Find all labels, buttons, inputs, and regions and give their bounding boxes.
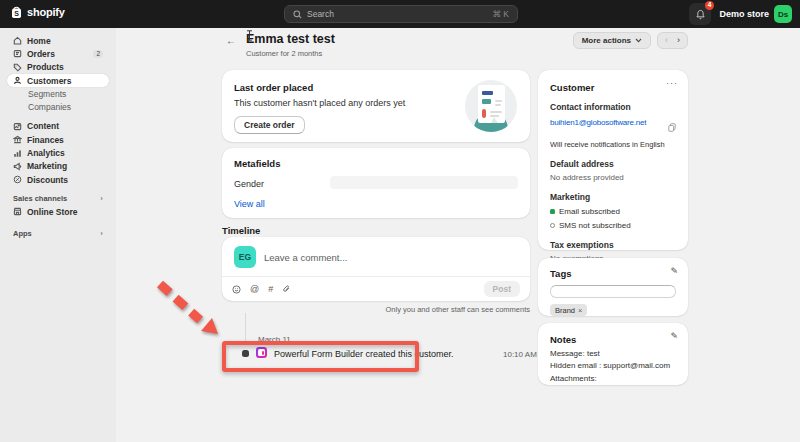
tags-card: Tags ✎ Brand × — [538, 258, 688, 316]
sidebar-item-finances[interactable]: Finances — [7, 133, 109, 146]
timeline-event-text: Powerful Form Builder created this custo… — [274, 349, 454, 359]
customer-card: Customer ··· Contact information buihien… — [538, 70, 688, 250]
edit-notes-icon[interactable]: ✎ — [670, 331, 678, 341]
sidebar: Home Orders 2 Products Customers Segment… — [0, 28, 116, 442]
timeline-event-time: 10:10 AM — [503, 350, 537, 359]
edit-tags-icon[interactable]: ✎ — [670, 266, 678, 276]
comment-toolbar: @ # Post — [222, 276, 530, 301]
sidebar-item-analytics[interactable]: Analytics — [7, 146, 109, 159]
search-input[interactable]: Search ⌘ K — [284, 5, 518, 23]
comment-visibility-note: Only you and other staff can see comment… — [222, 305, 530, 314]
sidebar-item-home[interactable]: Home — [7, 34, 109, 47]
content-icon — [13, 122, 22, 131]
subscribed-dot-icon — [550, 209, 555, 214]
sidebar-section-sales-channels[interactable]: Sales channels › — [7, 194, 109, 203]
chevron-right-icon: › — [100, 229, 103, 238]
tags-input[interactable] — [550, 285, 676, 298]
sidebar-item-marketing[interactable]: Marketing — [7, 160, 109, 173]
order-illustration — [464, 79, 518, 133]
tag-chip-brand: Brand × — [550, 304, 587, 316]
staff-avatar: EG — [234, 246, 256, 268]
note-line: Attachments: — [550, 374, 676, 383]
store-avatar: Ds — [774, 5, 792, 23]
megaphone-icon — [13, 162, 22, 171]
email-subscription-status: Email subscribed — [550, 207, 676, 216]
back-button[interactable]: ← — [226, 35, 236, 46]
svg-text:S: S — [14, 10, 19, 17]
tags-title: Tags — [550, 268, 676, 279]
attach-icon[interactable] — [282, 285, 291, 294]
pagination: ‹ › — [657, 32, 688, 49]
page-subtitle: Customer for 2 months — [246, 49, 322, 58]
note-line: Message: test — [550, 349, 676, 358]
store-menu[interactable]: Demo store Ds — [719, 5, 792, 23]
orders-icon — [13, 49, 22, 58]
timeline-line — [245, 313, 246, 341]
chevron-down-icon — [635, 38, 642, 43]
unsubscribed-dot-icon — [550, 223, 555, 228]
store-name: Demo store — [719, 9, 769, 19]
sidebar-item-content[interactable]: Content — [7, 120, 109, 133]
sidebar-item-segments[interactable]: Segments — [7, 87, 109, 100]
sidebar-item-online-store[interactable]: Online Store — [7, 205, 109, 218]
marketing-heading: Marketing — [550, 192, 676, 202]
more-actions-button[interactable]: More actions — [573, 32, 651, 49]
search-shortcut: ⌘ K — [492, 9, 509, 19]
overflow-menu-icon[interactable]: ··· — [666, 78, 678, 88]
sidebar-item-companies[interactable]: Companies — [7, 100, 109, 113]
sidebar-item-products[interactable]: Products — [7, 61, 109, 74]
notes-title: Notes — [550, 334, 676, 345]
sidebar-item-discounts[interactable]: Discounts — [7, 173, 109, 186]
bank-icon — [13, 135, 22, 144]
sidebar-item-customers[interactable]: Customers — [7, 74, 109, 87]
default-address-value: No address provided — [550, 173, 676, 182]
tag-icon — [13, 63, 22, 72]
shopify-wordmark: shopify — [27, 6, 65, 18]
remove-tag-icon[interactable]: × — [578, 306, 582, 315]
default-address-heading: Default address — [550, 159, 676, 169]
next-customer-button[interactable]: › — [677, 36, 680, 45]
notes-card: Notes ✎ Message: test Hidden email : sup… — [538, 323, 688, 385]
topbar: S shopify Search ⌘ K 4 Demo store Ds — [0, 0, 800, 28]
notifications-button[interactable]: 4 — [689, 3, 711, 25]
view-all-link[interactable]: View all — [234, 199, 265, 209]
last-order-card: Last order placed This customer hasn't p… — [222, 70, 530, 142]
customer-card-title: Customer — [550, 82, 676, 93]
notification-badge: 4 — [705, 1, 715, 10]
metafield-label-gender: Gender — [234, 179, 264, 189]
search-placeholder: Search — [307, 9, 334, 19]
text-cursor — [246, 30, 253, 41]
note-line: Hidden email : support@mail.com — [550, 361, 676, 370]
copy-icon[interactable] — [668, 118, 676, 136]
page-title: Emma test test — [246, 32, 335, 46]
form-builder-app-icon — [256, 347, 267, 358]
home-icon — [13, 36, 22, 45]
sidebar-section-apps[interactable]: Apps › — [7, 229, 109, 238]
person-icon — [13, 76, 22, 85]
hashtag-icon[interactable]: # — [268, 285, 273, 294]
mention-icon[interactable]: @ — [250, 285, 259, 294]
tax-exemptions-heading: Tax exemptions — [550, 240, 676, 250]
create-order-button[interactable]: Create order — [234, 116, 305, 134]
prev-customer-button[interactable]: ‹ — [665, 36, 668, 45]
timeline-date-header: March 11 — [258, 335, 291, 344]
customer-email-link[interactable]: buihien1@globosoftware.net — [550, 118, 646, 127]
metafields-card: Metafields Gender View all — [222, 148, 530, 218]
shopify-logo[interactable]: S shopify — [10, 5, 65, 19]
chart-bars-icon — [13, 149, 22, 158]
gender-field[interactable] — [330, 176, 518, 189]
sms-subscription-status: SMS not subscribed — [550, 221, 676, 230]
discount-icon — [13, 175, 22, 184]
comment-input[interactable]: Leave a comment... — [264, 252, 347, 263]
orders-count-badge: 2 — [93, 50, 103, 59]
storefront-icon — [13, 207, 22, 216]
shopify-bag-icon: S — [10, 5, 23, 19]
sidebar-item-orders[interactable]: Orders 2 — [7, 47, 109, 60]
comment-card: EG Leave a comment... @ # Post — [222, 237, 530, 301]
search-icon — [293, 10, 302, 19]
chevron-right-icon: › — [100, 194, 103, 203]
annotation-arrow — [150, 272, 230, 344]
bell-icon — [695, 9, 706, 20]
emoji-icon[interactable] — [232, 285, 241, 294]
post-button[interactable]: Post — [484, 281, 520, 297]
